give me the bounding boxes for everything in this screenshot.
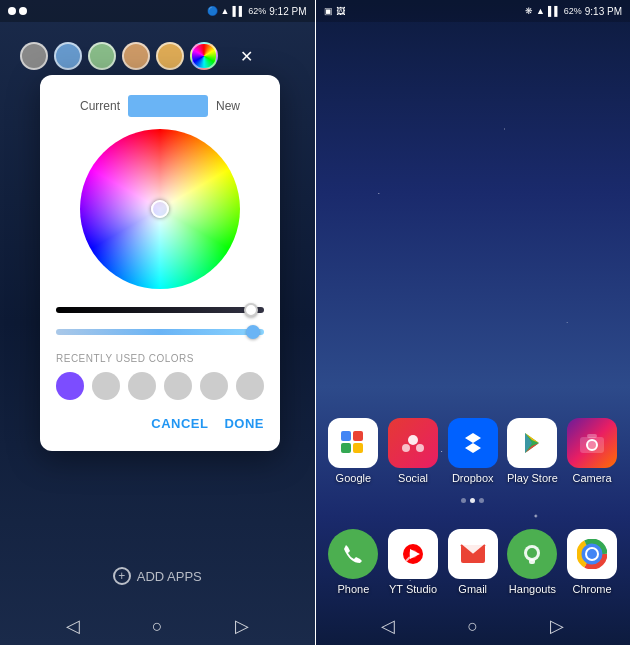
social-label: Social <box>398 472 428 484</box>
phone-label: Phone <box>337 583 369 595</box>
time-right: 9:13 PM <box>585 6 622 17</box>
left-panel: 🔵 ▲ ▌▌ 62% 9:12 PM ✕ Current New <box>0 0 315 645</box>
current-new-row: Current New <box>56 95 264 117</box>
brightness-slider-thumb[interactable] <box>244 303 258 317</box>
gmail-icon[interactable] <box>448 529 498 579</box>
swatch-gold[interactable] <box>156 42 184 70</box>
recent-swatch-4[interactable] <box>164 372 192 400</box>
brightness-slider-row[interactable] <box>56 303 264 317</box>
app-item-chrome[interactable]: Chrome <box>566 529 618 595</box>
app-item-dropbox[interactable]: Dropbox <box>447 418 499 484</box>
status-left-icons <box>8 7 27 15</box>
right-panel: ▣ 🖼 ❋ ▲ ▌▌ 62% 9:13 PM Googl <box>316 0 631 645</box>
cancel-button[interactable]: CANCEL <box>151 412 208 435</box>
chrome-label: Chrome <box>573 583 612 595</box>
new-label: New <box>216 99 240 113</box>
recent-swatch-3[interactable] <box>128 372 156 400</box>
back-button-right[interactable]: ◁ <box>381 615 395 637</box>
sliders-section <box>56 303 264 339</box>
add-apps-label: ADD APPS <box>137 569 202 584</box>
app-row-2: Phone YT Studio <box>316 529 631 595</box>
brightness-slider-track[interactable] <box>56 307 264 313</box>
notification-dot <box>8 7 16 15</box>
app-item-playstore[interactable]: Play Store <box>506 418 558 484</box>
gmail-label: Gmail <box>458 583 487 595</box>
svg-rect-3 <box>353 443 363 453</box>
add-apps-icon: + <box>113 567 131 585</box>
app-item-google[interactable]: Google <box>327 418 379 484</box>
hangouts-label: Hangouts <box>509 583 556 595</box>
playstore-icon[interactable] <box>507 418 557 468</box>
social-icon[interactable] <box>388 418 438 468</box>
color-wheel-cursor[interactable] <box>151 200 169 218</box>
color-wheel-container[interactable] <box>56 129 264 289</box>
color-picker-dialog: Current New RECENTLY USE <box>40 75 280 451</box>
dot-1 <box>470 498 475 503</box>
color-preview-bar <box>128 95 208 117</box>
phone-icon[interactable] <box>328 529 378 579</box>
recents-button-right[interactable]: ▷ <box>550 615 564 637</box>
playstore-label: Play Store <box>507 472 558 484</box>
recents-button-left[interactable]: ▷ <box>235 615 249 637</box>
bluetooth-icon-right: ❋ <box>525 6 533 16</box>
status-bar-right: ▣ 🖼 ❋ ▲ ▌▌ 62% 9:13 PM <box>316 0 631 22</box>
camera-icon[interactable] <box>567 418 617 468</box>
recently-used-section: RECENTLY USED COLORS <box>56 353 264 400</box>
svg-point-6 <box>416 444 424 452</box>
recent-swatch-purple[interactable] <box>56 372 84 400</box>
svg-point-17 <box>409 550 417 558</box>
app-item-ytstudio[interactable]: YT Studio <box>387 529 439 595</box>
swatch-gray[interactable] <box>20 42 48 70</box>
bottom-nav-left: ◁ ○ ▷ <box>0 615 315 637</box>
back-button-left[interactable]: ◁ <box>66 615 80 637</box>
swatch-rainbow[interactable] <box>190 42 218 70</box>
opacity-slider-thumb[interactable] <box>246 325 260 339</box>
signal-icon-right: ▌▌ <box>548 6 561 16</box>
chrome-icon[interactable] <box>567 529 617 579</box>
recent-swatch-5[interactable] <box>200 372 228 400</box>
home-button-right[interactable]: ○ <box>467 616 478 637</box>
svg-rect-1 <box>353 431 363 441</box>
app-item-social[interactable]: Social <box>387 418 439 484</box>
status-right-left: 🔵 ▲ ▌▌ 62% 9:12 PM <box>207 6 307 17</box>
status-right-icons-right: ❋ ▲ ▌▌ 62% 9:13 PM <box>525 6 622 17</box>
svg-rect-14 <box>587 434 597 438</box>
svg-point-5 <box>402 444 410 452</box>
swatch-tan[interactable] <box>122 42 150 70</box>
close-button[interactable]: ✕ <box>232 42 260 70</box>
dropbox-icon[interactable] <box>448 418 498 468</box>
page-dots <box>316 498 631 503</box>
wifi-icon: ▲ <box>221 6 230 16</box>
opacity-slider-row[interactable] <box>56 325 264 339</box>
opacity-slider-track[interactable] <box>56 329 264 335</box>
add-apps-row[interactable]: + ADD APPS <box>113 567 202 585</box>
color-wheel[interactable] <box>80 129 240 289</box>
app-item-gmail[interactable]: Gmail <box>447 529 499 595</box>
google-icon[interactable] <box>328 418 378 468</box>
screenshot-icon: 🖼 <box>336 6 345 16</box>
recently-used-label: RECENTLY USED COLORS <box>56 353 264 364</box>
svg-marker-7 <box>465 433 481 453</box>
app-item-phone[interactable]: Phone <box>327 529 379 595</box>
app-item-hangouts[interactable]: Hangouts <box>506 529 558 595</box>
svg-rect-2 <box>341 443 351 453</box>
recent-swatch-2[interactable] <box>92 372 120 400</box>
dropbox-label: Dropbox <box>452 472 494 484</box>
hangouts-icon[interactable] <box>507 529 557 579</box>
recent-swatch-6[interactable] <box>236 372 264 400</box>
notification-icon: ▣ <box>324 6 333 16</box>
status-bar-left: 🔵 ▲ ▌▌ 62% 9:12 PM <box>0 0 315 22</box>
swatch-blue-gray[interactable] <box>54 42 82 70</box>
ytstudio-icon[interactable] <box>388 529 438 579</box>
app-item-camera[interactable]: Camera <box>566 418 618 484</box>
swatch-sage[interactable] <box>88 42 116 70</box>
home-button-left[interactable]: ○ <box>152 616 163 637</box>
svg-point-24 <box>527 548 537 558</box>
dot-2 <box>479 498 484 503</box>
camera-label: Camera <box>573 472 612 484</box>
bottom-nav-right: ◁ ○ ▷ <box>316 615 631 637</box>
notification-dot2 <box>19 7 27 15</box>
app-row-1: Google Social Dropbox <box>316 418 631 484</box>
done-button[interactable]: DONE <box>224 412 264 435</box>
battery-right: 62% <box>564 6 582 16</box>
